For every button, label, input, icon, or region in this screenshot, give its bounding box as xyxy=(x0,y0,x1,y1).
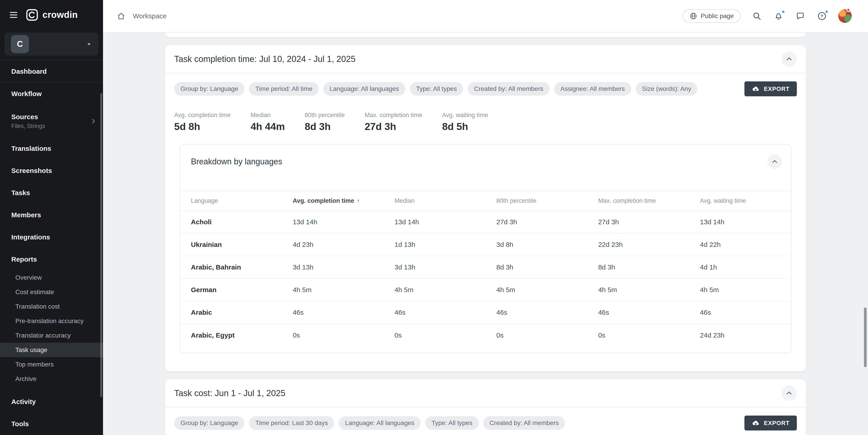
sidebar-subitem-translation-cost[interactable]: Translation cost xyxy=(0,299,103,314)
chevron-right-icon xyxy=(90,118,97,124)
filter-chip-type[interactable]: Type: All types xyxy=(410,82,463,96)
column-header-avg-waiting-time[interactable]: Avg. waiting time xyxy=(689,191,791,211)
value-cell: 27d 3h xyxy=(587,211,689,233)
value-cell: 4h 5m xyxy=(587,279,689,301)
sidebar-item-translations[interactable]: Translations xyxy=(0,138,103,160)
sidebar-item-reports[interactable]: Reports xyxy=(0,248,103,270)
sidebar-subitem-cost-estimate[interactable]: Cost estimate xyxy=(0,285,103,299)
task-completion-body: Group by: Language Time period: All time… xyxy=(165,81,806,371)
breadcrumb-workspace[interactable]: Workspace xyxy=(133,12,167,20)
column-header-median[interactable]: Median xyxy=(383,191,486,211)
task-cost-body: Group by: Language Time period: Last 30 … xyxy=(165,415,806,435)
hamburger-menu-icon[interactable] xyxy=(8,9,19,20)
export-button[interactable]: EXPORT xyxy=(744,415,797,431)
page-scrollbar[interactable] xyxy=(864,308,867,367)
table-row-acholi: Acholi 13d 14h 13d 14h 27d 3h 27d 3h 13d… xyxy=(180,211,791,233)
filter-chip-group-by[interactable]: Group by: Language xyxy=(174,416,244,430)
task-cost-filters-row: Group by: Language Time period: Last 30 … xyxy=(174,415,797,431)
sidebar-subitem-task-usage[interactable]: Task usage xyxy=(0,343,103,357)
export-button[interactable]: EXPORT xyxy=(744,81,797,96)
table-header-row: Language Avg. completion time↑ Median 80… xyxy=(180,191,791,211)
user-avatar[interactable] xyxy=(838,9,852,23)
collapse-breakdown-button[interactable] xyxy=(768,154,782,169)
sidebar-subitem-archive[interactable]: Archive xyxy=(0,372,103,386)
cloud-upload-icon xyxy=(752,419,760,427)
filter-chip-created-by[interactable]: Created by: All members xyxy=(468,82,550,96)
value-cell: 46s xyxy=(282,301,384,324)
stat-value: 5d 8h xyxy=(174,121,231,132)
stat-label: Max. completion time xyxy=(365,112,422,119)
sidebar-item-workflow[interactable]: Workflow xyxy=(0,83,103,105)
stat-80th-percentile: 80th percentile 8d 3h xyxy=(305,112,345,132)
messages-icon[interactable] xyxy=(795,11,806,22)
sidebar-subitem-overview[interactable]: Overview xyxy=(0,270,103,285)
filter-chip-time-period[interactable]: Time period: Last 30 days xyxy=(249,416,334,430)
sidebar-item-tools[interactable]: Tools xyxy=(0,413,103,435)
sidebar-item-members[interactable]: Members xyxy=(0,204,103,226)
home-icon[interactable] xyxy=(116,11,126,22)
public-page-button[interactable]: Public page xyxy=(683,9,741,23)
sidebar-item-screenshots[interactable]: Screenshots xyxy=(0,160,103,182)
stat-label: 80th percentile xyxy=(305,112,345,119)
nav-spacer xyxy=(0,386,103,391)
filter-chips: Group by: Language Time period: Last 30 … xyxy=(174,416,565,430)
filter-chip-time-period[interactable]: Time period: All time xyxy=(249,82,319,96)
topbar-actions: Public page ? xyxy=(683,9,852,23)
sidebar-subitem-translator-accuracy[interactable]: Translator accuracy xyxy=(0,328,103,343)
value-cell: 8d 3h xyxy=(587,256,689,279)
value-cell: 46s xyxy=(383,301,486,324)
search-icon[interactable] xyxy=(751,11,762,22)
value-cell: 22d 23h xyxy=(587,233,689,256)
collapse-task-cost-button[interactable] xyxy=(781,385,797,401)
sidebar-nav: Dashboard Workflow Sources Files, String… xyxy=(0,60,103,435)
previous-card-edge xyxy=(165,33,806,37)
sidebar-item-activity[interactable]: Activity xyxy=(0,391,103,413)
column-header-max-completion-time[interactable]: Max. completion time xyxy=(587,191,689,211)
language-cell: Ukrainian xyxy=(180,233,282,256)
sidebar-header: crowdin xyxy=(0,0,103,30)
task-cost-title: Task cost: Jun 1 - Jul 1, 2025 xyxy=(174,388,285,398)
column-header-80th-percentile[interactable]: 80th percentile xyxy=(486,191,587,211)
table-row-arabic-egypt: Arabic, Egypt 0s 0s 0s 0s 24d 23h xyxy=(180,324,791,346)
collapse-task-completion-button[interactable] xyxy=(781,51,797,67)
stat-value: 8d 3h xyxy=(305,121,345,132)
sidebar-scrollbar[interactable] xyxy=(100,93,102,397)
breakdown-title: Breakdown by languages xyxy=(191,157,282,166)
stat-label: Avg. completion time xyxy=(174,112,231,119)
project-avatar: C xyxy=(11,35,29,53)
value-cell: 3d 8h xyxy=(486,233,587,256)
filter-chip-type[interactable]: Type: All types xyxy=(425,416,479,430)
svg-text:?: ? xyxy=(820,14,823,19)
column-header-language[interactable]: Language xyxy=(180,191,282,211)
filter-chip-group-by[interactable]: Group by: Language xyxy=(174,82,244,96)
sidebar-item-label: Tools xyxy=(11,420,29,428)
sidebar-item-sources[interactable]: Sources Files, Strings xyxy=(0,105,103,138)
sidebar-item-tasks[interactable]: Tasks xyxy=(0,182,103,204)
stat-avg-completion-time: Avg. completion time 5d 8h xyxy=(174,112,231,132)
sidebar-item-label: Workflow xyxy=(11,90,41,98)
value-cell: 4h 5m xyxy=(282,279,384,301)
project-switcher[interactable]: C xyxy=(4,33,98,56)
language-cell: Arabic, Bahrain xyxy=(180,256,282,279)
brand-name: crowdin xyxy=(42,10,78,20)
sidebar-item-label: Reports xyxy=(11,256,37,263)
value-cell: 1d 13h xyxy=(383,233,486,256)
sidebar-item-integrations[interactable]: Integrations xyxy=(0,226,103,248)
filter-chip-created-by[interactable]: Created by: All members xyxy=(483,416,565,430)
column-header-avg-completion-time[interactable]: Avg. completion time↑ xyxy=(282,191,384,211)
sidebar-subitem-pre-translation-accuracy[interactable]: Pre-translation accuracy xyxy=(0,314,103,328)
sidebar-subitem-top-members[interactable]: Top members xyxy=(0,357,103,372)
filter-chip-assignee[interactable]: Assignee: All members xyxy=(554,82,631,96)
crowdin-logo[interactable]: crowdin xyxy=(26,9,78,21)
filter-chip-size-words[interactable]: Size (words): Any xyxy=(636,82,698,96)
table-row-ukrainian: Ukrainian 4d 23h 1d 13h 3d 8h 22d 23h 4d… xyxy=(180,233,791,256)
value-cell: 46s xyxy=(689,301,791,324)
sidebar-item-dashboard[interactable]: Dashboard xyxy=(0,61,103,83)
value-cell: 0s xyxy=(486,324,587,346)
task-completion-header: Task completion time: Jul 10, 2024 - Jul… xyxy=(165,45,806,73)
filter-chip-language[interactable]: Language: All languages xyxy=(339,416,421,430)
filter-chip-language[interactable]: Language: All languages xyxy=(323,82,405,96)
stat-value: 8d 5h xyxy=(442,121,488,132)
help-icon[interactable]: ? xyxy=(816,11,827,22)
notifications-bell-icon[interactable] xyxy=(773,11,784,22)
